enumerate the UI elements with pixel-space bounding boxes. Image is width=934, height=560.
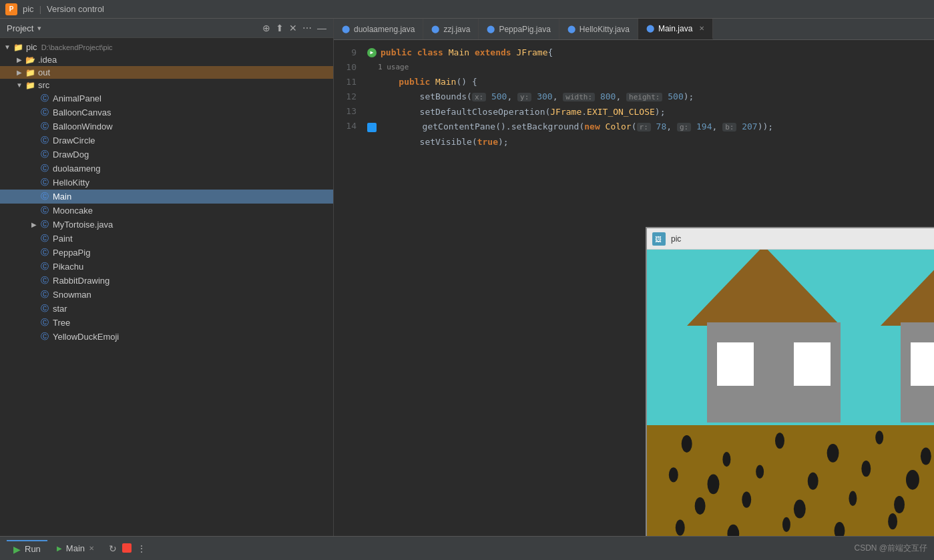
tab-label: Main.java: [658, 24, 692, 33]
tree-item-balloonwindow[interactable]: Ⓒ BalloonWindow: [0, 119, 333, 133]
tree-item-mooncake[interactable]: Ⓒ Mooncake: [0, 204, 333, 218]
tree-item-paint[interactable]: Ⓒ Paint: [0, 232, 333, 246]
sidebar-header-icons: ⊕ ⬆ ✕ ⋯ —: [262, 23, 326, 33]
tab-duolaameng[interactable]: ⬤ duolaameng.java: [334, 19, 423, 39]
tree-item-snowman[interactable]: Ⓒ Snowman: [0, 288, 333, 302]
navigate-icon[interactable]: ⊕: [262, 23, 270, 33]
minimize-icon[interactable]: —: [317, 23, 326, 33]
line-num: 11: [334, 75, 357, 89]
svg-point-17: [906, 470, 919, 490]
java-icon: Ⓒ: [39, 191, 51, 202]
tab-close-icon[interactable]: ✕: [699, 25, 704, 32]
tree-item-hellokitty[interactable]: Ⓒ HelloKitty: [0, 176, 333, 190]
preview-title: pic: [671, 234, 934, 244]
main-tab-close[interactable]: ✕: [89, 545, 94, 552]
folder-icon: 📂: [24, 55, 36, 65]
svg-point-5: [827, 444, 839, 463]
run-icon: ▶: [13, 544, 21, 555]
java-icon: Ⓒ: [39, 219, 51, 230]
tree-item-drawcircle[interactable]: Ⓒ DrawCircle: [0, 133, 333, 148]
project-tree: ▼ 📁 pic D:\backendProject\pic ▶ 📂 .idea …: [0, 38, 333, 536]
tree-item-animalpanel[interactable]: Ⓒ AnimalPanel: [0, 91, 333, 105]
tree-label: Snowman: [53, 290, 91, 300]
bottom-bar: ▶ Run ▶ Main ✕ ↻ ⋮ CSDN @前端交互仔: [0, 536, 934, 560]
svg-point-13: [708, 475, 720, 495]
tree-item-drawdog[interactable]: Ⓒ DrawDog: [0, 148, 333, 162]
folder-icon: 📁: [24, 81, 36, 90]
java-icon: Ⓒ: [39, 289, 51, 300]
stop-icon[interactable]: [122, 543, 132, 553]
sidebar-dropdown-icon[interactable]: ▾: [37, 24, 41, 33]
tree-item-rabbitdrawing[interactable]: Ⓒ RabbitDrawing: [0, 274, 333, 288]
tree-item-duolaameng[interactable]: Ⓒ duolaameng: [0, 162, 333, 176]
run-tab-main[interactable]: ▶ Main ✕: [50, 541, 101, 556]
reload-icon[interactable]: ↻: [109, 543, 117, 554]
tree-item-peppapig[interactable]: Ⓒ PeppaPig: [0, 246, 333, 260]
code-area[interactable]: 9 10 11 12 13 14 ▶ public class Main ext…: [334, 40, 934, 536]
code-line: setVisible(true);: [367, 135, 934, 150]
svg-point-33: [676, 520, 685, 536]
window-2a: [911, 342, 934, 386]
expand-icon[interactable]: ⬆: [276, 23, 284, 33]
tree-item-ballooncanvas[interactable]: Ⓒ BalloonCanvas: [0, 105, 333, 119]
tree-item-tree[interactable]: Ⓒ Tree: [0, 316, 333, 330]
code-line: setDefaultCloseOperation(JFrame.EXIT_ON_…: [367, 105, 934, 119]
main-tab-label: Main: [66, 543, 85, 553]
tab-icon: ⬤: [646, 24, 654, 33]
tree-item-out[interactable]: ▶ 📁 out: [0, 66, 333, 79]
tree-item-pikachu[interactable]: Ⓒ Pikachu: [0, 260, 333, 274]
preview-window: 🖼 pic — □ ✕: [646, 227, 934, 536]
svg-point-6: [875, 431, 883, 445]
top-bar: P pic | Version control: [0, 0, 934, 19]
svg-point-35: [782, 517, 790, 532]
tree-label: Tree: [53, 318, 70, 328]
tree-label: BalloonWindow: [53, 121, 113, 131]
ground-dots-svg: [647, 425, 934, 536]
app-icon: P: [5, 3, 17, 15]
more-run-icon[interactable]: ⋮: [137, 543, 146, 554]
window-1a: [717, 342, 754, 386]
close-icon[interactable]: ✕: [289, 23, 297, 33]
tree-item-mytortoise[interactable]: ▶ Ⓒ MyTortoise.java: [0, 218, 333, 232]
tree-label: star: [53, 304, 67, 314]
tree-item-main[interactable]: Ⓒ Main: [0, 190, 333, 204]
tree-label: Mooncake: [53, 206, 93, 216]
tree-label: YellowDuckEmoji: [53, 332, 119, 342]
tree-item-yellowduck[interactable]: Ⓒ YellowDuckEmoji: [0, 330, 333, 344]
tab-main[interactable]: ⬤ Main.java ✕: [638, 19, 713, 39]
main-area: Project ▾ ⊕ ⬆ ✕ ⋯ — ▼ 📁 pic D:\backendPr…: [0, 19, 934, 536]
code-line: setBounds(x: 500, y: 300, width: 800, he…: [367, 89, 934, 105]
svg-point-34: [727, 525, 739, 536]
java-icon: Ⓒ: [39, 163, 51, 174]
java-icon: Ⓒ: [39, 331, 51, 342]
java-icon: Ⓒ: [39, 177, 51, 188]
svg-point-37: [888, 513, 897, 529]
tree-label: out: [38, 67, 50, 77]
tree-label: Main: [53, 192, 71, 202]
code-line: getContentPane().setBackground(new Color…: [367, 119, 934, 135]
svg-point-24: [742, 492, 751, 508]
java-icon: Ⓒ: [39, 135, 51, 146]
line-num: 12: [334, 89, 357, 104]
svg-point-36: [835, 522, 845, 536]
tab-hellokitty[interactable]: ⬤ HelloKitty.java: [559, 19, 638, 39]
run-gutter-blue-icon: [367, 123, 377, 132]
svg-point-23: [695, 497, 706, 515]
tree-label: BalloonCanvas: [53, 107, 111, 117]
run-tab[interactable]: ▶ Run: [7, 540, 47, 557]
java-icon: Ⓒ: [39, 303, 51, 314]
line-num: 10: [334, 60, 357, 75]
svg-point-25: [794, 500, 806, 519]
svg-point-27: [894, 496, 905, 513]
tree-item-pic[interactable]: ▼ 📁 pic D:\backendProject\pic: [0, 41, 333, 53]
tab-zzj[interactable]: ⬤ zzj.java: [423, 19, 479, 39]
folder-icon: 📁: [12, 43, 24, 52]
tree-item-src[interactable]: ▼ 📁 src: [0, 79, 333, 91]
tree-item-idea[interactable]: ▶ 📂 .idea: [0, 53, 333, 66]
java-icon: Ⓒ: [39, 233, 51, 244]
more-icon[interactable]: ⋯: [302, 23, 312, 33]
tab-peppapig[interactable]: ⬤ PeppaPig.java: [479, 19, 559, 39]
tree-item-star[interactable]: Ⓒ star: [0, 302, 333, 316]
java-icon: Ⓒ: [39, 247, 51, 258]
run-gutter-icon[interactable]: ▶: [367, 48, 377, 57]
